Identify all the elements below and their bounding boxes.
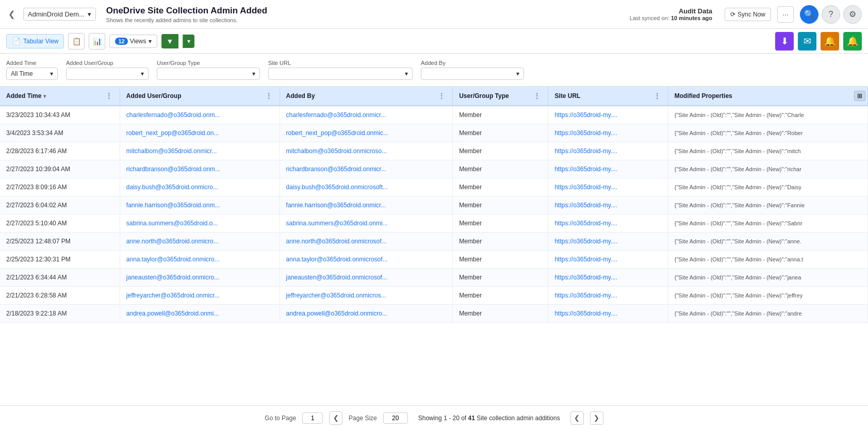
table-cell: 2/21/2023 6:34:44 AM	[0, 269, 120, 287]
prev-page-icon: ❮	[333, 414, 339, 422]
col-modified-properties[interactable]: Modified Properties ⋮ ⊞	[668, 87, 867, 106]
table-cell: 2/27/2023 10:39:04 AM	[0, 160, 120, 178]
site-url-filter-group: Site URL ▾	[268, 60, 413, 80]
table-cell: daisy.bush@o365droid.onmicrosoft...	[280, 178, 453, 196]
table-row: 2/21/2023 6:28:58 AMjeffreyarcher@o365dr…	[0, 287, 868, 305]
table-cell: daisy.bush@o365droid.onmicro...	[120, 178, 280, 196]
table-cell: Member	[453, 160, 548, 178]
copy-button[interactable]: 📋	[68, 33, 85, 49]
prev-page-nav-button[interactable]: ❮	[570, 411, 584, 425]
added-time-col-menu[interactable]: ⋮	[104, 92, 113, 100]
added-user-group-col-menu[interactable]: ⋮	[264, 92, 273, 100]
page-size-input[interactable]	[383, 412, 408, 424]
table-cell: Member	[453, 305, 548, 323]
download-button[interactable]: ⬇	[775, 32, 794, 51]
filter-arrow-button[interactable]: ▾	[183, 35, 194, 48]
audit-label: Audit Data	[679, 7, 712, 15]
sync-icon: ⟳	[730, 11, 735, 18]
search-button[interactable]: 🔍	[800, 5, 818, 24]
table-cell: robert_next_pop@o365droid.on...	[120, 124, 280, 142]
download-icon: ⬇	[781, 36, 789, 47]
prev-page-button[interactable]: ❮	[329, 411, 342, 425]
table-cell: https://o365droid-my....	[548, 269, 668, 287]
more-icon: ···	[782, 10, 789, 19]
page-number-input[interactable]	[302, 412, 323, 424]
added-user-group-label: Added User/Group	[66, 60, 149, 66]
added-time-sort-icon: ▾	[43, 93, 46, 99]
added-time-filter-group: Added Time All Time ▾	[6, 60, 58, 80]
alert-button[interactable]: 🔔	[821, 32, 839, 51]
sync-now-button[interactable]: ⟳ Sync Now	[725, 8, 771, 21]
chart-button[interactable]: 📊	[89, 33, 105, 49]
table-cell: {"Site Admin - (Old)":"","Site Admin - (…	[668, 142, 867, 160]
table-cell: mitchalbom@o365droid.onmicr...	[120, 142, 280, 160]
table-cell: robert_next_pop@o365droid.onmic...	[280, 124, 453, 142]
copy-icon: 📋	[72, 37, 81, 45]
table-cell: 2/25/2023 12:30:31 PM	[0, 251, 120, 269]
nav-back-button[interactable]: ❮	[6, 7, 17, 21]
table-cell: Member	[453, 214, 548, 233]
table-cell: 2/28/2023 6:17:46 AM	[0, 142, 120, 160]
tabular-view-tab[interactable]: 📄 Tabular View	[6, 34, 64, 48]
bell-button[interactable]: 🔔	[843, 32, 862, 51]
table-row: 3/4/2023 3:53:34 AMrobert_next_pop@o365d…	[0, 124, 868, 142]
next-page-nav-button[interactable]: ❯	[590, 411, 603, 425]
table-cell: Member	[453, 233, 548, 251]
col-added-user-group[interactable]: Added User/Group ⋮	[120, 87, 280, 106]
help-button[interactable]: ?	[822, 5, 840, 24]
column-settings-button[interactable]: ⊞	[854, 91, 865, 101]
added-user-group-select[interactable]: ▾	[66, 68, 149, 80]
views-button[interactable]: 12 Views ▾	[109, 35, 157, 48]
added-by-col-menu[interactable]: ⋮	[437, 92, 446, 100]
toolbar: 📄 Tabular View 📋 📊 12 Views ▾ ▼ ▾ ⬇ ✉ 🔔 …	[0, 29, 868, 54]
alert-icon: 🔔	[824, 36, 836, 47]
table-cell: jeffreyarcher@o365droid.onmicros...	[280, 287, 453, 305]
filter-button[interactable]: ▼	[161, 34, 179, 48]
site-url-col-menu[interactable]: ⋮	[652, 92, 662, 100]
table-row: 2/27/2023 10:39:04 AMrichardbranson@o365…	[0, 160, 868, 178]
tenant-selector[interactable]: AdminDroid Dem... ▾	[23, 8, 96, 21]
user-group-type-col-menu[interactable]: ⋮	[532, 92, 542, 100]
mail-button[interactable]: ✉	[798, 32, 816, 51]
table-row: 2/25/2023 12:48:07 PManne.north@o365droi…	[0, 233, 868, 251]
more-options-button[interactable]: ···	[777, 6, 794, 23]
table-cell: fannie.harrison@o365droid.onmicr...	[280, 196, 453, 214]
col-site-url[interactable]: Site URL ⋮	[548, 87, 668, 106]
table-cell: 2/27/2023 6:04:02 AM	[0, 196, 120, 214]
table-cell: janeausten@o365droid.onmicro...	[120, 269, 280, 287]
table-cell: richardbranson@o365droid.onmicr...	[280, 160, 453, 178]
table-header-row: Added Time ▾ ⋮ Added User/Group ⋮ Added …	[0, 87, 868, 106]
site-url-label: Site URL	[268, 60, 413, 66]
table-cell: richardbranson@o365droid.onm...	[120, 160, 280, 178]
col-added-time[interactable]: Added Time ▾ ⋮	[0, 87, 120, 106]
table-row: 2/28/2023 6:17:46 AMmitchalbom@o365droid…	[0, 142, 868, 160]
user-group-type-select[interactable]: ▾	[157, 68, 260, 80]
site-url-select[interactable]: ▾	[268, 68, 413, 80]
filter-arrow-icon: ▾	[187, 38, 190, 45]
added-by-select[interactable]: ▾	[421, 68, 524, 80]
table-cell: charlesfernado@o365droid.onm...	[120, 106, 280, 124]
table-cell: https://o365droid-my....	[548, 106, 668, 124]
col-user-group-type[interactable]: User/Group Type ⋮	[453, 87, 548, 106]
table-cell: {"Site Admin - (Old)":"","Site Admin - (…	[668, 287, 867, 305]
table-row: 2/18/2023 9:22:18 AMandrea.powell@o365dr…	[0, 305, 868, 323]
table-cell: 2/18/2023 9:22:18 AM	[0, 305, 120, 323]
mail-icon: ✉	[804, 36, 811, 47]
table-cell: jeffreyarcher@o365droid.onmicr...	[120, 287, 280, 305]
audit-section: Audit Data Last synced on: 10 minutes ag…	[630, 7, 712, 21]
settings-button[interactable]: ⚙	[843, 5, 862, 24]
table-row: 2/21/2023 6:34:44 AMjaneausten@o365droid…	[0, 269, 868, 287]
table-cell: Member	[453, 106, 548, 124]
tenant-dropdown-arrow: ▾	[88, 10, 91, 18]
added-user-group-filter-group: Added User/Group ▾	[66, 60, 149, 80]
showing-info: Showing 1 - 20 of 41 Site collection adm…	[418, 415, 560, 422]
filter-row: Added Time All Time ▾ Added User/Group ▾…	[0, 54, 868, 87]
table-cell: {"Site Admin - (Old)":"","Site Admin - (…	[668, 233, 867, 251]
table-cell: {"Site Admin - (Old)":"","Site Admin - (…	[668, 214, 867, 233]
table-cell: anna.taylor@o365droid.onmicrosof...	[280, 251, 453, 269]
table-cell: 3/4/2023 3:53:34 AM	[0, 124, 120, 142]
table-cell: https://o365droid-my....	[548, 287, 668, 305]
added-time-select[interactable]: All Time ▾	[6, 68, 58, 80]
bell-icon: 🔔	[847, 36, 858, 47]
col-added-by[interactable]: Added By ⋮	[280, 87, 453, 106]
